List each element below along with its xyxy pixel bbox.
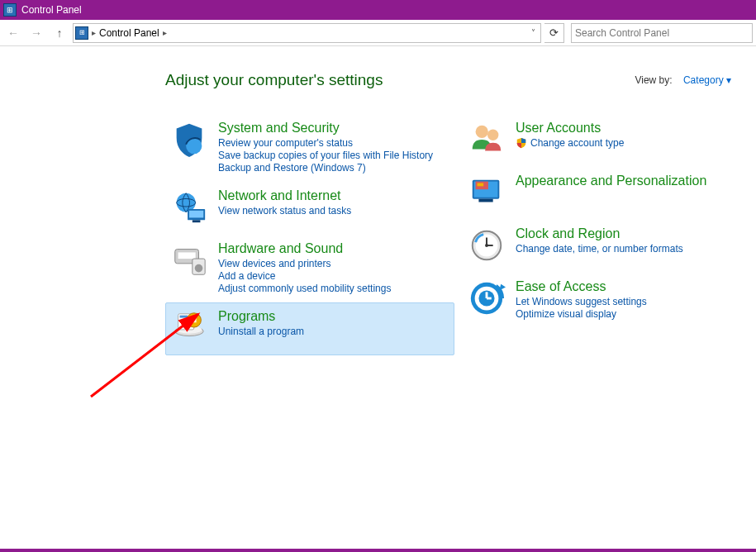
category-title-ease-of-access[interactable]: Ease of Access xyxy=(516,279,747,294)
address-bar-icon: ⊞ xyxy=(75,26,88,40)
svg-rect-22 xyxy=(478,199,492,202)
category-system-security: System and SecurityReview your computer'… xyxy=(165,114,454,182)
category-clock-region: Clock and RegionChange date, time, or nu… xyxy=(463,220,752,273)
programs-icon xyxy=(170,309,208,347)
system-security-icon xyxy=(170,121,208,159)
window-titlebar: ⊞ Control Panel xyxy=(0,0,756,20)
category-link[interactable]: Backup and Restore (Windows 7) xyxy=(218,162,449,174)
user-accounts-icon xyxy=(468,121,506,159)
view-by-label: View by: xyxy=(635,74,672,86)
svg-rect-13 xyxy=(180,316,188,318)
hardware-sound-icon xyxy=(170,241,208,279)
svg-marker-33 xyxy=(499,284,506,291)
address-dropdown-icon[interactable]: ˅ xyxy=(528,28,539,37)
window-title: Control Panel xyxy=(21,4,82,16)
category-link[interactable]: View devices and printers xyxy=(218,258,449,269)
category-link[interactable]: Optimize visual display xyxy=(516,308,747,320)
category-link[interactable]: Review your computer's status xyxy=(218,137,449,149)
forward-button[interactable]: → xyxy=(26,23,46,43)
category-network-internet: Network and InternetView network status … xyxy=(165,182,454,235)
control-panel-icon: ⊞ xyxy=(3,3,17,17)
category-link[interactable]: Adjust commonly used mobility settings xyxy=(218,283,449,294)
category-title-programs[interactable]: Programs xyxy=(218,309,449,324)
breadcrumb-segment[interactable]: Control Panel xyxy=(99,27,159,39)
category-user-accounts: User AccountsChange account type xyxy=(463,114,752,167)
content-area: Adjust your computer's settings View by:… xyxy=(0,46,756,364)
category-title-appearance[interactable]: Appearance and Personalization xyxy=(516,174,747,188)
svg-rect-5 xyxy=(193,220,201,222)
category-title-hardware-sound[interactable]: Hardware and Sound xyxy=(218,241,449,256)
category-link-label: Change account type xyxy=(530,137,624,149)
svg-point-27 xyxy=(485,244,488,247)
svg-rect-21 xyxy=(478,183,484,187)
search-box[interactable] xyxy=(571,23,753,43)
up-button[interactable]: ↑ xyxy=(50,23,69,43)
category-link[interactable]: Change date, time, or number formats xyxy=(516,243,747,255)
clock-region-icon xyxy=(468,226,506,264)
category-title-network-internet[interactable]: Network and Internet xyxy=(218,188,449,203)
chevron-right-icon[interactable]: ▸ xyxy=(92,28,96,37)
navigation-bar: ← → ↑ ⊞ ▸ Control Panel ▸ ˅ ⟳ xyxy=(0,20,756,46)
page-title: Adjust your computer's settings xyxy=(165,71,383,89)
svg-rect-4 xyxy=(189,211,203,218)
search-input[interactable] xyxy=(575,27,749,39)
category-programs: ProgramsUninstall a program xyxy=(165,302,454,355)
category-link[interactable]: Add a device xyxy=(218,270,449,282)
network-internet-icon xyxy=(170,188,208,226)
category-title-system-security[interactable]: System and Security xyxy=(218,121,449,136)
category-title-user-accounts[interactable]: User Accounts xyxy=(516,121,747,136)
category-title-clock-region[interactable]: Clock and Region xyxy=(516,226,747,241)
ease-of-access-icon xyxy=(468,279,506,317)
svg-rect-15 xyxy=(192,318,197,323)
category-link[interactable]: Change account type xyxy=(516,137,747,149)
chevron-right-icon[interactable]: ▸ xyxy=(163,28,167,37)
appearance-icon xyxy=(468,174,506,212)
view-by-dropdown[interactable]: Category ▾ xyxy=(683,74,731,86)
category-ease-of-access: Ease of AccessLet Windows suggest settin… xyxy=(463,273,752,328)
category-link[interactable]: View network status and tasks xyxy=(218,205,449,217)
category-hardware-sound: Hardware and SoundView devices and print… xyxy=(165,235,454,302)
address-bar[interactable]: ⊞ ▸ Control Panel ▸ ˅ xyxy=(73,23,541,43)
svg-point-9 xyxy=(195,264,203,273)
svg-rect-7 xyxy=(178,252,196,259)
category-link[interactable]: Save backup copies of your files with Fi… xyxy=(218,150,449,161)
refresh-button[interactable]: ⟳ xyxy=(544,23,564,43)
view-by-control: View by: Category ▾ xyxy=(635,74,731,86)
uac-shield-icon xyxy=(516,137,527,149)
content-header: Adjust your computer's settings View by:… xyxy=(165,71,731,89)
svg-point-17 xyxy=(487,130,498,140)
back-button[interactable]: ← xyxy=(3,23,23,43)
category-appearance: Appearance and Personalization xyxy=(463,167,752,220)
category-link[interactable]: Let Windows suggest settings xyxy=(516,296,747,307)
category-link[interactable]: Uninstall a program xyxy=(218,326,449,337)
svg-point-16 xyxy=(476,126,488,138)
